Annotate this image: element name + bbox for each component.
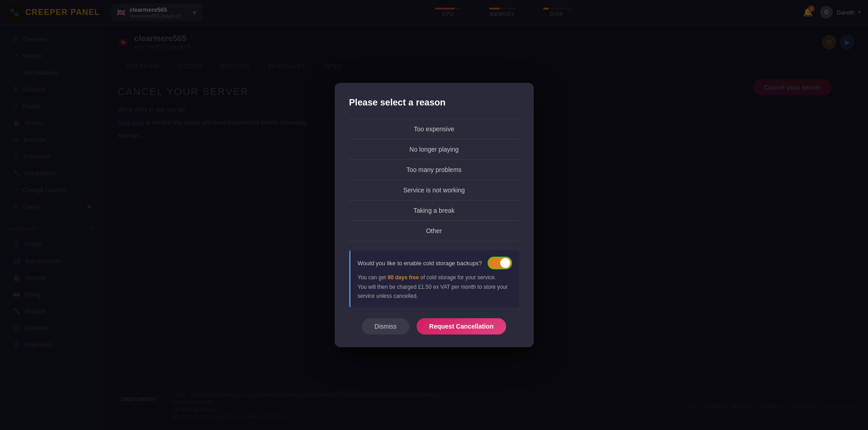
reason-too-expensive[interactable]: Too expensive — [349, 119, 519, 139]
reason-service-not-working[interactable]: Service is not working — [349, 180, 519, 201]
reason-other[interactable]: Other — [349, 221, 519, 241]
modal-overlay: Please select a reason Too expensive No … — [0, 0, 868, 430]
cold-storage-desc: You can get 90 days free of cold storage… — [358, 273, 512, 301]
reason-taking-a-break[interactable]: Taking a break — [349, 201, 519, 221]
toggle-track — [488, 257, 512, 269]
reason-list: Too expensive No longer playing Too many… — [349, 119, 519, 241]
cold-storage-line1: You can get 90 days free of cold storage… — [358, 273, 512, 282]
dismiss-button[interactable]: Dismiss — [362, 318, 409, 334]
modal-title: Please select a reason — [349, 97, 519, 108]
reason-no-longer-playing[interactable]: No longer playing — [349, 139, 519, 160]
cold-storage-box: Would you like to enable cold storage ba… — [349, 250, 519, 307]
cold-storage-header: Would you like to enable cold storage ba… — [358, 257, 512, 269]
modal-footer: Dismiss Request Cancellation — [349, 318, 519, 334]
reason-too-many-problems[interactable]: Too many problems — [349, 160, 519, 180]
modal-dialog: Please select a reason Too expensive No … — [335, 83, 534, 347]
request-cancellation-button[interactable]: Request Cancellation — [417, 318, 506, 334]
toggle-thumb — [500, 258, 510, 268]
cold-storage-line2: You will then be charged £1.50 ex VAT pe… — [358, 282, 512, 301]
days-free-highlight: 90 days free — [388, 274, 419, 281]
cold-storage-title: Would you like to enable cold storage ba… — [358, 260, 482, 267]
cold-storage-toggle[interactable] — [488, 257, 512, 269]
